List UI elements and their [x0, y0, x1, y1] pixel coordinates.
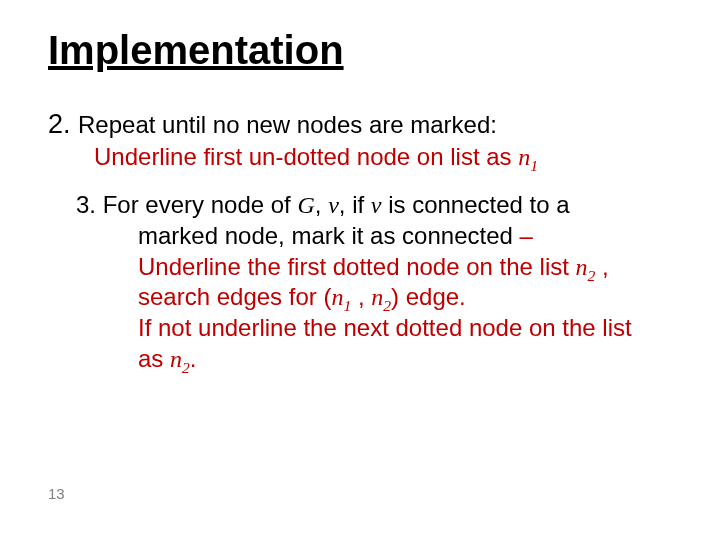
t: is connected to a — [381, 191, 569, 218]
slide-body: 2. Repeat until no new nodes are marked:… — [48, 107, 672, 375]
slide-title: Implementation — [48, 28, 672, 73]
var-n: n — [518, 144, 530, 170]
t: , — [351, 283, 371, 310]
t: ) edge. — [391, 283, 466, 310]
step-3-line2: marked node, mark it as connected – — [138, 221, 672, 252]
t: , — [595, 253, 608, 280]
var-n2-sub: 2 — [182, 359, 190, 376]
step-3-line3: Underline the first dotted node on the l… — [138, 252, 672, 283]
var-v: v — [328, 192, 339, 218]
t: If not underline the next dotted node on… — [138, 314, 632, 341]
step-2-red-text: Underline first un-dotted node on list a… — [94, 143, 518, 170]
var-n2: n — [576, 254, 588, 280]
step-3-line4: search edges for (n1 , n2) edge. — [138, 282, 672, 313]
slide: Implementation 2. Repeat until no new no… — [0, 0, 720, 540]
t: as — [138, 345, 170, 372]
step-3-lead: 3. For every node of — [76, 191, 297, 218]
t: marked node, mark it as connected — [138, 222, 520, 249]
var-n2: n — [371, 284, 383, 310]
t: Underline the first dotted node on the l… — [138, 253, 576, 280]
t: , if — [339, 191, 371, 218]
var-G: G — [297, 192, 314, 218]
step-2-number: 2. — [48, 109, 78, 139]
var-v: v — [371, 192, 382, 218]
var-n2: n — [170, 346, 182, 372]
step-3-line5: If not underline the next dotted node on… — [138, 313, 672, 344]
step-2-detail: Underline first un-dotted node on list a… — [94, 142, 672, 173]
var-n2-sub: 2 — [383, 297, 391, 314]
var-n-sub: 1 — [530, 156, 538, 173]
page-number: 13 — [48, 485, 65, 502]
dash: – — [520, 222, 533, 249]
t: . — [190, 345, 197, 372]
step-3-line6: as n2. — [138, 344, 672, 375]
step-3-line1: 3. For every node of G, v, if v is conne… — [76, 190, 672, 221]
t: search edges for ( — [138, 283, 331, 310]
step-2-text: Repeat until no new nodes are marked: — [78, 111, 497, 138]
step-2: 2. Repeat until no new nodes are marked:… — [48, 107, 672, 172]
t: , — [315, 191, 328, 218]
var-n1: n — [331, 284, 343, 310]
step-3: 3. For every node of G, v, if v is conne… — [48, 190, 672, 374]
